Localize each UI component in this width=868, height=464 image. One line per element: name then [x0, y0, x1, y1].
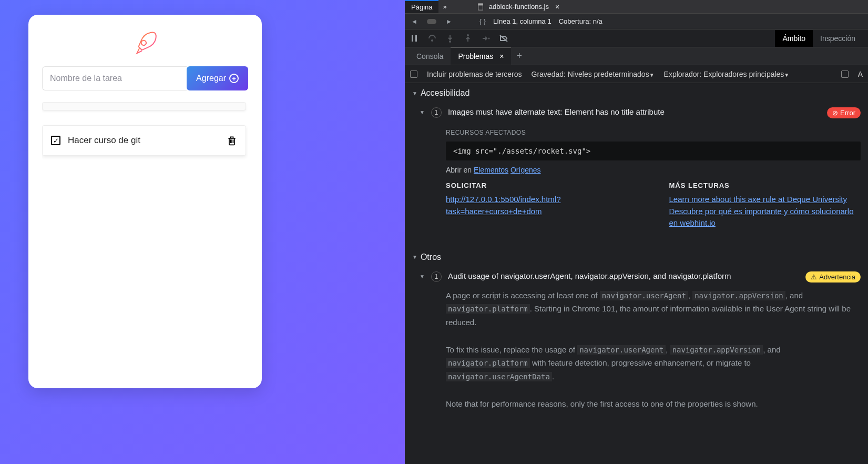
collapse-icon: ▼: [412, 254, 417, 260]
add-task-button[interactable]: Agregar +: [187, 66, 248, 90]
issue-count-badge: 1: [431, 107, 442, 118]
rocket-icon: [132, 29, 158, 56]
svg-rect-3: [415, 35, 417, 42]
issue-title: Images must have alternate text: Element…: [448, 107, 821, 116]
rocket-logo: [42, 29, 248, 56]
scope-tabs: Ámbito Inspección: [775, 30, 863, 47]
issue-columns: SOLICITAR http://127.0.0.1:5500/index.ht…: [446, 181, 861, 229]
more-tabs-icon[interactable]: »: [438, 3, 451, 11]
list-spacer: [42, 102, 246, 110]
extra-checkbox[interactable]: [841, 70, 849, 78]
close-icon[interactable]: ×: [555, 3, 559, 11]
toggle-icon[interactable]: [427, 19, 436, 24]
more-reading-heading: MÁS LECTURAS: [669, 181, 861, 189]
source-toolbar: ◄ ► { } Línea 1, columna 1 Cobertura: n/…: [405, 14, 868, 29]
issue-row[interactable]: ▼ 1 Images must have alternate text: Ele…: [405, 103, 868, 123]
app-viewport: Agregar + ✓ Hacer curso de git: [0, 0, 405, 464]
request-column: SOLICITAR http://127.0.0.1:5500/index.ht…: [446, 181, 638, 229]
link-origins[interactable]: Orígenes: [510, 166, 541, 174]
warning-badge: ⚠ Advertencia: [805, 271, 861, 283]
link-elements[interactable]: Elementos: [474, 166, 508, 174]
svg-point-7: [488, 37, 490, 39]
collapse-icon: ▼: [412, 90, 417, 96]
svg-rect-2: [412, 35, 413, 42]
file-tab-label: adblock-functions.js: [489, 3, 549, 11]
step-over-icon[interactable]: [428, 34, 436, 43]
task-name-input[interactable]: [42, 66, 187, 90]
issues-filter-bar: Incluir problemas de terceros Gravedad: …: [405, 65, 868, 83]
step-into-icon[interactable]: [446, 34, 454, 43]
nav-forward-icon[interactable]: ►: [444, 18, 454, 25]
pause-icon[interactable]: [410, 34, 418, 43]
debug-toolbar: Ámbito Inspección: [405, 29, 868, 47]
step-out-icon[interactable]: [464, 34, 472, 43]
issue-description-2: To fix this issue, replace the usage of …: [405, 341, 868, 386]
deactivate-breakpoints-icon[interactable]: [499, 34, 508, 43]
file-icon: [477, 3, 485, 11]
close-icon[interactable]: ×: [499, 52, 504, 60]
request-url-link[interactable]: http://127.0.0.1:5500/index.html?task=ha…: [446, 194, 638, 217]
issue-title: Audit usage of navigator.userAgent, navi…: [448, 271, 799, 280]
add-tab-icon[interactable]: +: [511, 51, 527, 62]
tab-issues[interactable]: Problemas ×: [451, 47, 511, 65]
step-icon[interactable]: [482, 34, 490, 43]
section-others[interactable]: ▼ Otros: [405, 247, 868, 267]
more-reading-column: MÁS LECTURAS Learn more about this axe r…: [669, 181, 861, 229]
tab-page[interactable]: Página: [405, 0, 438, 13]
issue-description-1: A page or script is accessing at least o…: [405, 287, 868, 331]
issue-detail: RECURSOS AFECTADOS <img src="./assets/ro…: [405, 123, 868, 233]
third-party-label: Incluir problemas de terceros: [427, 70, 522, 78]
more-link-2[interactable]: Descubre por qué es importante y cómo so…: [669, 206, 861, 229]
add-button-label: Agregar: [196, 74, 226, 83]
more-link-1[interactable]: Learn more about this axe rule at Deque …: [669, 194, 861, 206]
severity-dropdown[interactable]: Gravedad: Niveles predeterminados▼: [532, 70, 655, 78]
section-accessibility[interactable]: ▼ Accesibilidad: [405, 83, 868, 103]
issue-row[interactable]: ▼ 1 Audit usage of navigator.userAgent, …: [405, 267, 868, 287]
devtools-top-tabs: Página » adblock-functions.js ×: [405, 0, 868, 14]
drawer-tabs: Consola Problemas × +: [405, 47, 868, 65]
issue-description-3: Note that for performance reasons, only …: [405, 395, 868, 413]
issues-list[interactable]: ▼ Accesibilidad ▼ 1 Images must have alt…: [405, 83, 868, 464]
svg-point-6: [467, 34, 469, 36]
task-item: ✓ Hacer curso de git: [42, 125, 246, 156]
error-badge: ⊘ Error: [827, 107, 861, 118]
tab-console[interactable]: Consola: [409, 48, 451, 65]
tab-scope[interactable]: Ámbito: [775, 30, 813, 47]
plus-icon: +: [229, 74, 239, 83]
resources-heading: RECURSOS AFECTADOS: [446, 129, 861, 136]
svg-rect-1: [478, 3, 483, 5]
task-input-row: Agregar +: [42, 66, 248, 90]
task-checkbox[interactable]: ✓: [51, 136, 60, 145]
request-heading: SOLICITAR: [446, 181, 638, 189]
issue-count-badge: 1: [431, 271, 442, 282]
warning-icon: ⚠: [811, 273, 817, 281]
cursor-position: Línea 1, columna 1: [493, 17, 552, 25]
collapse-icon: ▼: [420, 109, 425, 115]
nav-back-icon[interactable]: ◄: [409, 18, 420, 25]
collapse-icon: ▼: [420, 274, 425, 279]
task-list[interactable]: ✓ Hacer curso de git: [42, 102, 248, 375]
svg-point-4: [431, 39, 433, 42]
devtools-panel: Página » adblock-functions.js × ◄ ► { } …: [405, 0, 868, 464]
browser-dropdown[interactable]: Explorador: Exploradores principales▼: [664, 70, 790, 78]
braces-icon[interactable]: { }: [479, 17, 486, 25]
coverage-info: Cobertura: n/a: [559, 17, 603, 25]
todo-card: Agregar + ✓ Hacer curso de git: [28, 15, 262, 388]
affected-code[interactable]: <img src="./assets/rocket.svg">: [446, 142, 861, 160]
svg-point-5: [449, 41, 451, 43]
error-icon: ⊘: [832, 109, 838, 117]
file-tab[interactable]: adblock-functions.js ×: [472, 1, 565, 13]
task-text: Hacer curso de git: [68, 135, 227, 146]
trash-icon[interactable]: [227, 135, 237, 146]
tab-watch[interactable]: Inspección: [813, 30, 863, 47]
open-in-row: Abrir en Elementos Orígenes: [446, 166, 861, 174]
third-party-checkbox[interactable]: [410, 70, 417, 78]
